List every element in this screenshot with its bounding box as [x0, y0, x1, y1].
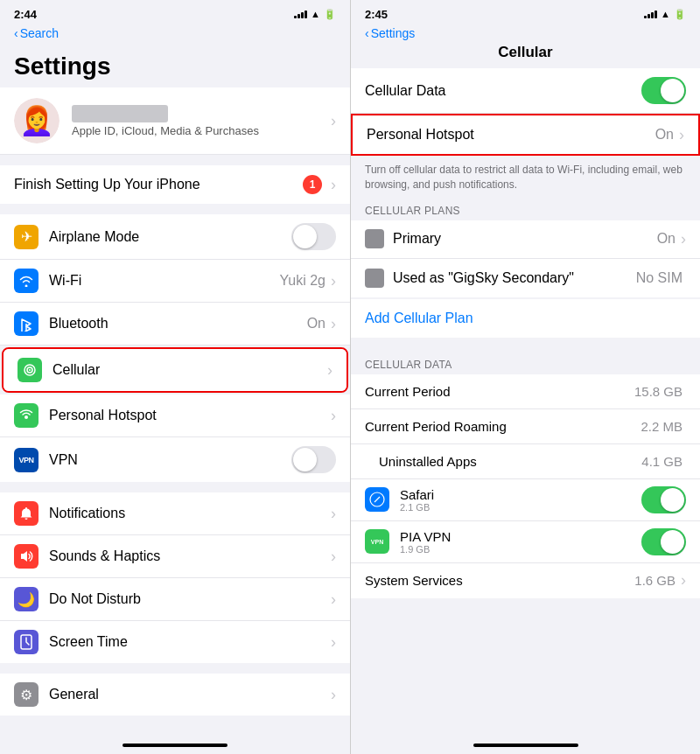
- notifications-label: Notifications: [49, 506, 329, 521]
- dnd-icon: 🌙: [14, 587, 38, 611]
- vpn-toggle[interactable]: [291, 446, 336, 473]
- notifications-section: Notifications Sounds & Haptics 🌙 Do Not …: [0, 492, 350, 663]
- airplane-label: Airplane Mode: [49, 229, 284, 245]
- safari-toggle[interactable]: [641, 486, 686, 513]
- hotspot-highlight-box: Personal Hotspot On: [351, 114, 700, 156]
- home-indicator-right: [351, 737, 700, 754]
- svg-point-3: [24, 415, 28, 419]
- hotspot-highlight-wrapper: Personal Hotspot On: [351, 114, 700, 156]
- general-item[interactable]: ⚙ General: [0, 674, 350, 716]
- safari-item[interactable]: Safari 2.1 GB: [351, 479, 700, 521]
- back-button-right[interactable]: ‹ Settings: [365, 26, 686, 40]
- wifi-icon-right: ▲: [661, 9, 670, 19]
- add-plan-section: Add Cellular Plan: [351, 299, 700, 338]
- general-section: ⚙ General: [0, 674, 350, 716]
- sounds-item[interactable]: Sounds & Haptics: [0, 535, 350, 578]
- safari-label: Safari: [400, 487, 634, 502]
- back-chevron-left: ‹: [14, 26, 18, 40]
- cellular-item[interactable]: Cellular: [4, 349, 346, 391]
- personal-hotspot-chevron: [331, 407, 336, 425]
- right-hotspot-item[interactable]: Personal Hotspot On: [353, 115, 698, 154]
- network-section: ✈ Airplane Mode Wi-Fi Yuki 2g: [0, 214, 350, 482]
- vpn-item[interactable]: VPN VPN: [0, 437, 350, 482]
- cellular-plans-section: Primary On Used as "GigSky Secondary" No…: [351, 220, 700, 297]
- vpn-label: VPN: [49, 452, 284, 468]
- back-label-right: Settings: [371, 26, 416, 40]
- bluetooth-chevron: [331, 315, 336, 333]
- page-title-right: Cellular: [498, 44, 552, 61]
- profile-row[interactable]: 👩‍🦰 Apple ID, iCloud, Media & Purchases: [0, 87, 350, 155]
- cellular-data-section-label: CELLULAR DATA: [351, 353, 700, 374]
- primary-plan-chevron: [681, 230, 686, 248]
- general-label: General: [49, 687, 329, 702]
- cellular-description: Turn off cellular data to restrict all d…: [351, 157, 700, 199]
- status-bar-left: 2:44 ▲ 🔋: [0, 0, 350, 24]
- right-hotspot-label: Personal Hotspot: [367, 127, 655, 143]
- screentime-icon: [14, 630, 38, 654]
- screentime-label: Screen Time: [49, 634, 329, 650]
- cellular-data-item[interactable]: Cellular Data: [351, 68, 700, 114]
- donotdisturb-item[interactable]: 🌙 Do Not Disturb: [0, 578, 350, 621]
- notifications-icon: [14, 501, 38, 526]
- bluetooth-label: Bluetooth: [49, 316, 307, 332]
- notifications-chevron: [331, 505, 336, 523]
- finish-setup-item[interactable]: Finish Setting Up Your iPhone 1: [0, 165, 350, 204]
- back-label-left: Search: [20, 26, 59, 40]
- signal-icon-right: [644, 10, 657, 18]
- notifications-item[interactable]: Notifications: [0, 492, 350, 535]
- sounds-label: Sounds & Haptics: [49, 548, 329, 564]
- system-services-chevron: [681, 571, 686, 590]
- bluetooth-value: On: [307, 316, 326, 332]
- uninstalled-apps-label: Uninstalled Apps: [365, 454, 641, 469]
- status-bar-right: 2:45 ▲ 🔋: [351, 0, 700, 24]
- primary-plan-icon: [365, 229, 384, 248]
- sounds-chevron: [331, 548, 336, 566]
- profile-section: 👩‍🦰 Apple ID, iCloud, Media & Purchases: [0, 87, 350, 155]
- secondary-plan-icon: [365, 269, 384, 288]
- profile-name-blur: [72, 105, 168, 122]
- airplane-mode-item[interactable]: ✈ Airplane Mode: [0, 214, 350, 260]
- wifi-item[interactable]: Wi-Fi Yuki 2g: [0, 260, 350, 303]
- primary-plan-item[interactable]: Primary On: [351, 220, 700, 259]
- avatar: 👩‍🦰: [14, 98, 60, 143]
- nav-bar-left: ‹ Search: [0, 24, 350, 45]
- right-hotspot-chevron: [679, 126, 684, 144]
- add-plan-item[interactable]: Add Cellular Plan: [351, 299, 700, 338]
- safari-icon: [365, 487, 389, 512]
- page-title-left: Settings: [0, 45, 350, 87]
- home-indicator-left: [0, 737, 350, 754]
- system-services-item[interactable]: System Services 1.6 GB: [351, 563, 700, 598]
- system-services-label: System Services: [365, 573, 634, 588]
- general-icon: ⚙: [14, 682, 38, 707]
- time-right: 2:45: [365, 8, 388, 21]
- screentime-item[interactable]: Screen Time: [0, 621, 350, 663]
- back-button-left[interactable]: ‹ Search: [14, 26, 336, 40]
- sounds-icon: [14, 544, 38, 569]
- secondary-plan-item[interactable]: Used as "GigSky Secondary" No SIM: [351, 259, 700, 297]
- cellular-highlight-wrapper: Cellular: [0, 346, 350, 394]
- general-chevron: [331, 686, 336, 704]
- pia-vpn-toggle[interactable]: [641, 528, 686, 555]
- personal-hotspot-item[interactable]: Personal Hotspot: [0, 394, 350, 437]
- bluetooth-item[interactable]: Bluetooth On: [0, 303, 350, 346]
- cellular-label: Cellular: [52, 362, 326, 378]
- add-plan-label[interactable]: Add Cellular Plan: [365, 311, 686, 326]
- pia-vpn-item[interactable]: VPN PIA VPN 1.9 GB: [351, 521, 700, 563]
- airplane-toggle[interactable]: [291, 223, 336, 250]
- cellular-data-toggle[interactable]: [641, 77, 686, 104]
- current-period-roaming-value: 2.2 MB: [640, 419, 682, 434]
- left-panel: 2:44 ▲ 🔋 ‹ Search Settings 👩‍🦰: [0, 0, 350, 754]
- system-services-value: 1.6 GB: [634, 573, 676, 588]
- back-chevron-right: ‹: [365, 26, 369, 40]
- cellular-highlight-box: Cellular: [2, 347, 348, 393]
- status-icons-left: ▲ 🔋: [294, 9, 336, 20]
- airplane-icon: ✈: [14, 225, 38, 249]
- cellular-main-section: Cellular Data Personal Hotspot On: [351, 68, 700, 156]
- personal-hotspot-label: Personal Hotspot: [49, 408, 329, 423]
- wifi-label: Wi-Fi: [49, 273, 280, 289]
- battery-icon-right: 🔋: [674, 9, 686, 20]
- profile-sub: Apple ID, iCloud, Media & Purchases: [72, 124, 329, 137]
- wifi-value: Yuki 2g: [280, 273, 326, 289]
- status-icons-right: ▲ 🔋: [644, 9, 686, 20]
- primary-plan-value: On: [657, 231, 676, 247]
